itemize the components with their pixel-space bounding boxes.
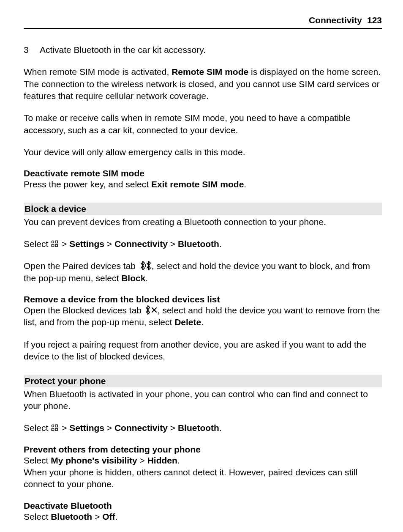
separator: >	[168, 239, 178, 249]
subhead-deactivate-bt: Deactivate Bluetooth	[24, 501, 382, 511]
paragraph-calls: To make or receive calls when in remote …	[24, 112, 382, 136]
bold-text: Off	[102, 512, 115, 521]
section-block-device: Block a device	[24, 203, 382, 215]
text: When remote SIM mode is activated,	[24, 67, 172, 77]
svg-rect-7	[55, 428, 57, 431]
nav-path-block: Select > Settings > Connectivity > Bluet…	[24, 238, 382, 250]
paragraph-paired-tab: Open the Paired devices tab , select and…	[24, 260, 382, 284]
bold-text: Exit remote SIM mode	[151, 179, 244, 189]
paragraph-emergency: Your device will only allow emergency ca…	[24, 146, 382, 158]
step-number: 3	[24, 44, 40, 56]
separator: >	[104, 239, 114, 249]
bold-text: Delete	[174, 317, 201, 327]
paragraph-blocked-tab: Open the Blocked devices tab , select an…	[24, 304, 382, 329]
bold-text: Hidden	[147, 455, 177, 465]
bluetooth-blocked-icon	[144, 305, 158, 315]
svg-point-4	[52, 425, 54, 427]
text: Select	[24, 423, 51, 433]
menu-grid-icon	[51, 424, 59, 432]
text: .	[145, 273, 148, 283]
step-text: Activate Bluetooth in the car kit access…	[40, 44, 206, 56]
text: Open the Paired devices tab	[24, 261, 138, 271]
svg-rect-5	[55, 425, 57, 427]
text: .	[115, 512, 117, 521]
text: .	[244, 179, 246, 189]
separator: >	[168, 423, 178, 433]
separator: >	[62, 423, 69, 433]
bold-text: Bluetooth	[178, 239, 219, 249]
svg-rect-3	[55, 244, 57, 247]
step-3: 3 Activate Bluetooth in the car kit acce…	[24, 44, 382, 56]
text: Press the power key, and select	[24, 179, 151, 189]
header-page-number: 123	[367, 15, 382, 25]
svg-rect-2	[52, 244, 54, 247]
separator: >	[62, 239, 69, 249]
paragraph-deactivate-sim: Press the power key, and select Exit rem…	[24, 178, 382, 190]
paragraph-visibility: Select My phone's visibility > Hidden.	[24, 455, 382, 466]
paragraph-remote-sim: When remote SIM mode is activated, Remot…	[24, 66, 382, 102]
bold-text: Block	[121, 273, 145, 283]
page: Connectivity 123 3 Activate Bluetooth in…	[0, 0, 403, 532]
paragraph-protect-intro: When Bluetooth is activated in your phon…	[24, 388, 382, 412]
bold-text: Settings	[69, 239, 104, 249]
header-title: Connectivity	[309, 15, 362, 25]
text: .	[177, 455, 180, 465]
subhead-deactivate-sim: Deactivate remote SIM mode	[24, 168, 382, 178]
svg-point-0	[52, 241, 54, 243]
bold-text: Connectivity	[114, 423, 168, 433]
text: Select	[24, 239, 51, 249]
bold-text: Settings	[69, 423, 104, 433]
text: Select	[24, 512, 51, 521]
text: .	[219, 239, 222, 249]
nav-path-protect: Select > Settings > Connectivity > Bluet…	[24, 422, 382, 434]
subhead-prevent-detect: Prevent others from detecting your phone	[24, 444, 382, 455]
paragraph-block-intro: You can prevent devices from creating a …	[24, 216, 382, 228]
separator: >	[137, 455, 147, 465]
bold-text: Remote SIM mode	[172, 67, 248, 77]
text: Open the Blocked devices tab	[24, 305, 144, 315]
section-protect-phone: Protect your phone	[24, 375, 382, 387]
menu-grid-icon	[51, 240, 59, 248]
text: Select	[24, 455, 51, 465]
bold-text: Bluetooth	[178, 423, 219, 433]
text: .	[219, 423, 222, 433]
bold-text: My phone's visibility	[51, 455, 137, 465]
paragraph-reject-note: If you reject a pairing request from ano…	[24, 339, 382, 363]
svg-rect-6	[52, 428, 54, 431]
separator: >	[92, 512, 102, 521]
paragraph-hidden-note: When your phone is hidden, others cannot…	[24, 466, 382, 491]
separator: >	[104, 423, 114, 433]
paragraph-deactivate-bt: Select Bluetooth > Off.	[24, 511, 382, 523]
text: .	[201, 317, 204, 327]
bluetooth-paired-icon	[138, 261, 152, 270]
running-header: Connectivity 123	[24, 15, 382, 29]
svg-rect-1	[55, 241, 57, 243]
subhead-remove-blocked: Remove a device from the blocked devices…	[24, 294, 382, 304]
bold-text: Connectivity	[114, 239, 168, 249]
bold-text: Bluetooth	[51, 512, 92, 521]
